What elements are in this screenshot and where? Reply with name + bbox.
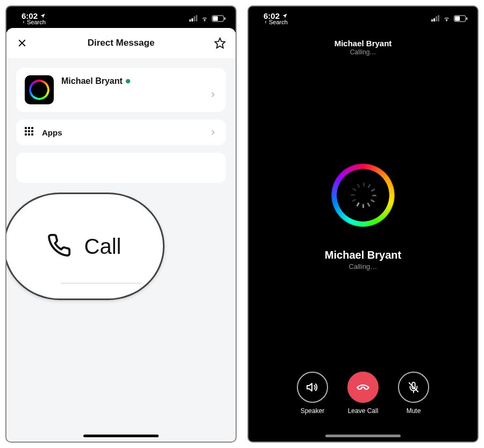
speaker-icon	[306, 381, 319, 394]
status-bar-right	[189, 15, 226, 22]
close-button[interactable]	[16, 37, 28, 49]
status-bar-left: 6:02 Search	[264, 11, 288, 25]
hangup-icon	[356, 380, 370, 394]
call-button-label[interactable]: Call	[84, 234, 122, 259]
call-status-top: Calling…	[248, 48, 478, 56]
battery-icon	[454, 15, 468, 22]
status-back-label: Search	[27, 19, 46, 25]
phone-mock-left: 6:02 Search Direct Message	[5, 5, 237, 443]
page-header: Direct Message	[6, 28, 236, 58]
profile-name: Michael Bryant	[61, 76, 123, 86]
svg-rect-10	[466, 17, 467, 20]
apps-card[interactable]: Apps	[16, 119, 226, 145]
avatar-ring-icon	[29, 80, 49, 100]
battery-icon	[212, 15, 226, 22]
divider	[61, 283, 141, 283]
leave-call-label: Leave Call	[348, 407, 379, 415]
home-indicator[interactable]	[83, 435, 159, 437]
status-bar: 6:02 Search	[6, 6, 236, 30]
wifi-icon	[200, 15, 209, 22]
main-content: Michael Bryant Apps Call	[6, 58, 236, 183]
chevron-right-icon	[209, 128, 217, 137]
close-icon	[17, 38, 27, 48]
svg-rect-3	[224, 17, 225, 20]
mute-label: Mute	[407, 407, 421, 415]
signal-bars-icon	[189, 15, 197, 22]
status-bar: 6:02 Search	[248, 6, 478, 30]
location-icon	[40, 13, 46, 19]
leave-call-button[interactable]: Leave Call	[347, 372, 379, 415]
status-bar-left: 6:02 Search	[22, 11, 46, 25]
callee-info-center: Michael Bryant Calling…	[325, 249, 401, 271]
svg-marker-11	[307, 383, 312, 391]
call-center: Michael Bryant Calling…	[248, 56, 478, 372]
speaker-label: Speaker	[301, 407, 325, 415]
star-icon	[214, 37, 226, 49]
callee-name-center: Michael Bryant	[325, 249, 401, 261]
phone-mock-right: 6:02 Search Michael Bryant Calling…	[247, 5, 479, 443]
svg-rect-2	[213, 16, 218, 20]
star-button[interactable]	[214, 37, 226, 49]
mute-icon	[408, 381, 419, 393]
status-bar-area: 6:02 Search	[248, 6, 478, 30]
grid-icon	[25, 127, 35, 138]
signal-bars-icon	[431, 15, 439, 22]
location-icon	[282, 13, 288, 19]
chevron-left-icon	[264, 20, 268, 24]
call-header: Michael Bryant Calling…	[248, 39, 478, 56]
page-title: Direct Message	[88, 38, 155, 48]
apps-label: Apps	[42, 128, 62, 137]
spinner-icon	[355, 188, 371, 203]
chevron-right-icon	[209, 90, 217, 99]
speaker-button[interactable]: Speaker	[297, 372, 328, 415]
svg-point-7	[446, 20, 447, 20]
wifi-icon	[442, 15, 451, 22]
status-bar-right	[431, 15, 468, 22]
svg-point-0	[204, 20, 205, 20]
status-back-link[interactable]: Search	[22, 19, 46, 25]
status-back-label: Search	[269, 19, 288, 25]
profile-card[interactable]: Michael Bryant	[16, 68, 226, 112]
card-placeholder	[16, 153, 226, 183]
phone-icon	[47, 233, 72, 260]
svg-marker-6	[215, 38, 225, 48]
svg-rect-9	[455, 16, 460, 20]
mute-button[interactable]: Mute	[398, 372, 429, 415]
avatar	[25, 75, 54, 104]
call-footer: Speaker Leave Call Mute	[248, 372, 478, 442]
call-status-center: Calling…	[325, 262, 401, 271]
chevron-left-icon	[22, 20, 26, 24]
caller-avatar	[325, 158, 401, 233]
presence-indicator-icon	[126, 79, 130, 83]
call-zoom-overlay: Call	[5, 193, 165, 300]
status-back-link[interactable]: Search	[264, 19, 288, 25]
home-indicator[interactable]	[325, 435, 401, 437]
callee-name-top: Michael Bryant	[248, 39, 478, 48]
